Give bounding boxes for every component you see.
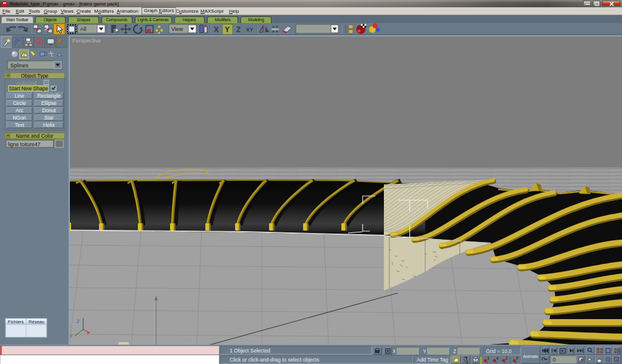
svg-text:Helix: Helix — [43, 122, 55, 128]
svg-text:All: All — [80, 26, 86, 32]
svg-text:y: y — [70, 332, 72, 338]
svg-text:Donut: Donut — [42, 107, 56, 113]
svg-text:3: 3 — [487, 356, 490, 360]
svg-text:Click or click-and-drag to sel: Click or click-and-drag to select object… — [230, 357, 319, 363]
svg-text:Add Time Tag: Add Time Tag — [417, 357, 448, 363]
svg-text:Arc: Arc — [16, 107, 24, 113]
svg-text:Object Type: Object Type — [21, 73, 48, 79]
svg-text:Circle: Circle — [13, 100, 26, 106]
svg-text:Perspective: Perspective — [72, 38, 101, 44]
svg-text:1 Object Selected: 1 Object Selected — [230, 348, 270, 354]
svg-text:Text: Text — [15, 122, 24, 128]
svg-text:Ellipse: Ellipse — [41, 100, 56, 106]
svg-text:Fichiers: Fichiers — [8, 319, 24, 325]
svg-text:x: x — [87, 330, 89, 335]
svg-text:ligne toiture47: ligne toiture47 — [8, 141, 41, 147]
svg-text:F: F — [516, 356, 519, 360]
svg-text:0: 0 — [553, 357, 556, 363]
svg-text:Grid = 10,0: Grid = 10,0 — [486, 348, 512, 354]
svg-text:View: View — [171, 26, 183, 32]
svg-text:Star: Star — [44, 115, 54, 121]
svg-text:Name and Color: Name and Color — [16, 133, 53, 139]
svg-text:NGon: NGon — [13, 115, 26, 121]
svg-text:4: 4 — [496, 356, 499, 360]
svg-text:Rectangle: Rectangle — [37, 93, 61, 99]
svg-text:Z: Z — [77, 318, 80, 324]
svg-text:Y: Y — [225, 25, 230, 34]
svg-text:Splines: Splines — [10, 62, 29, 69]
svg-text:Animate: Animate — [523, 354, 538, 359]
svg-text:2: 2 — [505, 356, 508, 360]
svg-text:X: X — [214, 25, 219, 34]
svg-text:Réseau: Réseau — [29, 319, 44, 325]
svg-text:Z: Z — [236, 25, 241, 34]
svg-text:Line: Line — [15, 93, 24, 99]
svg-text:XY: XY — [246, 27, 253, 33]
svg-text:Start New Shape: Start New Shape — [9, 86, 49, 92]
